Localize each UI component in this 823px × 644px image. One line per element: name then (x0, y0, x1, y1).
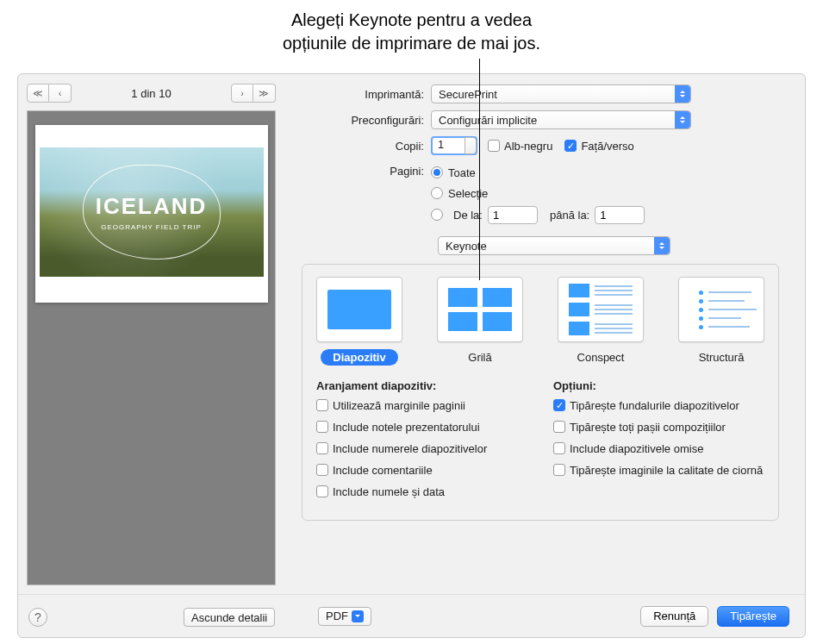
pages-range-radio[interactable] (431, 209, 443, 221)
bw-label: Alb-negru (504, 140, 552, 153)
page-indicator: 1 din 10 (131, 87, 171, 100)
pages-from-input[interactable] (488, 206, 538, 224)
preview-pane: ≪ ‹ 1 din 10 › ≫ ICELAND GEOGRAPHY FIELD… (18, 74, 284, 594)
chk-comments[interactable] (316, 464, 328, 476)
chk-namedate[interactable] (316, 485, 328, 497)
help-button[interactable]: ? (28, 608, 47, 627)
nav-prev-button[interactable]: ‹ (49, 84, 72, 103)
printer-label: Imprimantă: (293, 88, 431, 101)
hide-details-button[interactable]: Ascunde detalii (184, 608, 275, 627)
twosided-checkbox[interactable] (564, 140, 577, 152)
chk-backgrounds[interactable] (553, 399, 565, 411)
pages-all-radio[interactable] (431, 166, 443, 178)
layout-grid[interactable]: Grilă (437, 277, 523, 366)
chk-margins[interactable] (316, 399, 328, 411)
chk-skipped[interactable] (553, 442, 565, 454)
nav-next-button[interactable]: › (231, 84, 253, 103)
settings-pane: Imprimantă: SecurePrint Preconfigurări: … (284, 74, 805, 594)
print-dialog: ≪ ‹ 1 din 10 › ≫ ICELAND GEOGRAPHY FIELD… (17, 73, 806, 638)
print-button[interactable]: Tipărește (717, 606, 789, 627)
layout-outline[interactable]: Structură (678, 277, 764, 366)
options-heading: Opțiuni: (553, 379, 764, 392)
printer-dropdown[interactable]: SecurePrint (431, 84, 691, 103)
bw-checkbox[interactable] (488, 140, 500, 152)
presets-label: Preconfigurări: (293, 114, 431, 127)
section-dropdown[interactable]: Keynote (438, 236, 670, 255)
presets-dropdown[interactable]: Configurări implicite (431, 110, 691, 129)
cancel-button[interactable]: Renunță (640, 606, 708, 627)
nav-last-button[interactable]: ≫ (253, 84, 276, 103)
slide-thumbnail: ICELAND GEOGRAPHY FIELD TRIP (40, 147, 264, 277)
layout-handout[interactable]: Conspect (558, 277, 644, 366)
pages-selection-radio[interactable] (431, 187, 443, 199)
pages-to-input[interactable] (595, 206, 645, 224)
chevron-down-icon (352, 610, 364, 622)
chk-numbers[interactable] (316, 442, 328, 454)
copies-stepper[interactable]: 1 (431, 136, 477, 155)
layout-slide[interactable]: Diapozitiv (316, 277, 402, 366)
pages-label: Pagini: (293, 162, 431, 178)
chk-builds[interactable] (553, 421, 565, 433)
arrangement-heading: Aranjament diapozitiv: (316, 379, 527, 392)
twosided-label: Față/verso (581, 140, 633, 153)
nav-first-button[interactable]: ≪ (27, 84, 49, 103)
annotation-text: Alegeți Keynote pentru a vedea opțiunile… (0, 0, 823, 60)
preview-area: ICELAND GEOGRAPHY FIELD TRIP (27, 110, 276, 585)
keynote-options-panel: Diapozitiv Grilă Conspect (302, 264, 779, 521)
chk-draft[interactable] (553, 464, 565, 476)
preview-sheet: ICELAND GEOGRAPHY FIELD TRIP (35, 125, 268, 303)
copies-label: Copii: (293, 140, 431, 153)
dialog-footer: ? Ascunde detalii PDF Renunță Tipărește (18, 594, 805, 637)
callout-line (479, 59, 480, 280)
chk-notes[interactable] (316, 421, 328, 433)
pdf-menu-button[interactable]: PDF (318, 607, 371, 626)
